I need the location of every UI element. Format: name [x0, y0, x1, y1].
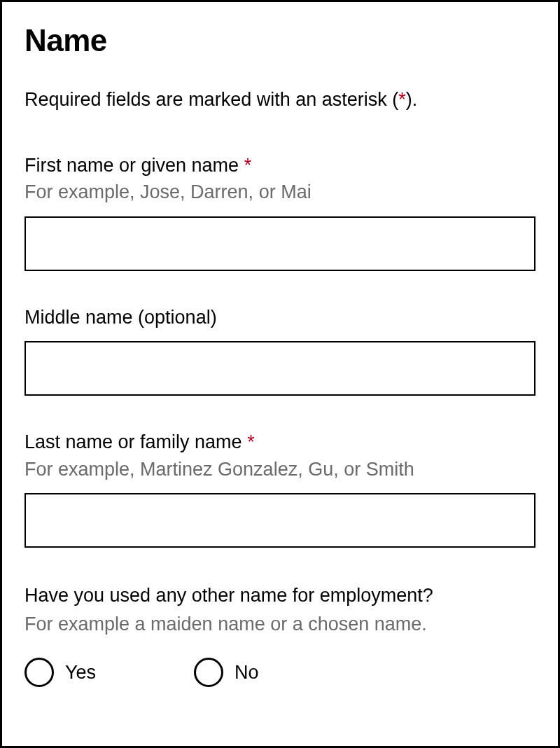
radio-label-no: No [234, 662, 259, 684]
first-name-hint: For example, Jose, Darren, or Mai [24, 179, 536, 205]
radio-option-no[interactable]: No [194, 658, 259, 687]
last-name-label: Last name or family name * [24, 429, 536, 455]
last-name-hint: For example, Martinez Gonzalez, Gu, or S… [24, 457, 536, 482]
asterisk-icon: * [398, 89, 406, 110]
name-form: Name Required fields are marked with an … [0, 0, 560, 748]
middle-name-label: Middle name (optional) [24, 305, 536, 330]
form-title: Name [24, 23, 536, 58]
first-name-group: First name or given name * For example, … [24, 153, 536, 271]
required-note-suffix: ). [406, 89, 418, 110]
middle-name-input[interactable] [24, 341, 536, 396]
other-name-question-hint: For example a maiden name or a chosen na… [24, 611, 536, 637]
required-fields-note: Required fields are marked with an aster… [24, 89, 536, 111]
radio-circle-icon [194, 658, 223, 687]
last-name-input[interactable] [24, 493, 536, 548]
radio-options-row: Yes No [24, 658, 536, 687]
first-name-label: First name or given name * [24, 153, 536, 178]
radio-option-yes[interactable]: Yes [24, 658, 96, 687]
first-name-input[interactable] [24, 216, 536, 271]
required-note-prefix: Required fields are marked with an aster… [24, 89, 398, 110]
asterisk-icon: * [244, 155, 252, 176]
radio-circle-icon [24, 658, 54, 687]
other-name-question-text: Have you used any other name for employm… [24, 583, 536, 608]
first-name-label-text: First name or given name [24, 155, 244, 176]
last-name-label-text: Last name or family name [24, 431, 247, 452]
asterisk-icon: * [247, 431, 255, 452]
last-name-group: Last name or family name * For example, … [24, 429, 536, 548]
other-name-question-group: Have you used any other name for employm… [24, 583, 536, 687]
middle-name-group: Middle name (optional) [24, 305, 536, 396]
radio-label-yes: Yes [65, 662, 96, 684]
